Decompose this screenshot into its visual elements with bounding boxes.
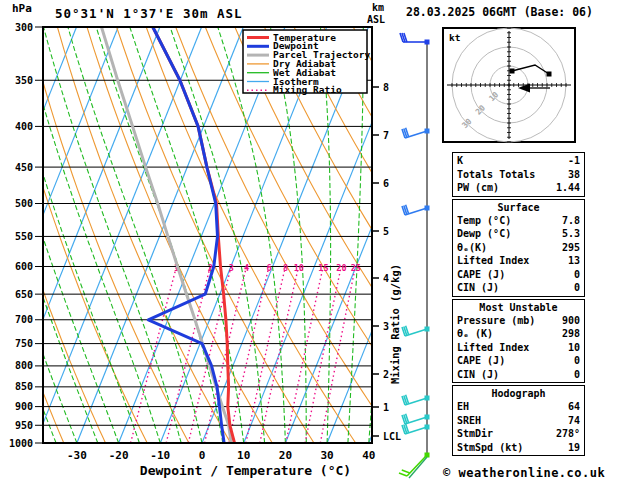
barb-shaft — [407, 455, 427, 476]
barb-feather — [402, 470, 410, 473]
indices-row-label: Lifted Index — [457, 254, 529, 268]
mixing-ratio-value: 20 — [336, 263, 346, 273]
indices-row-label: Pressure (mb) — [457, 314, 535, 328]
indices-row: Lifted Index10 — [453, 341, 584, 355]
indices-box: K-1Totals Totals38PW (cm)1.44 — [452, 152, 585, 197]
indices-row-label: StmSpd (kt) — [457, 441, 523, 455]
indices-row-label: CAPE (J) — [457, 354, 505, 368]
indices-row: θₑ(K)295 — [453, 241, 584, 255]
x-axis-title: Dewpoint / Temperature (°C) — [140, 463, 351, 478]
wind-barb — [402, 395, 430, 405]
temp-tick-label: 0 — [199, 449, 206, 462]
indices-row: Totals Totals38 — [453, 168, 584, 182]
indices-row: Temp (°C)7.8 — [453, 214, 584, 228]
indices-row: Dewp (°C)5.3 — [453, 227, 584, 241]
indices-row-value: 295 — [562, 241, 580, 255]
indices-row: Pressure (mb)900 — [453, 314, 584, 328]
indices-row-label: Temp (°C) — [457, 214, 511, 228]
indices-row: CAPE (J)0 — [453, 354, 584, 368]
indices-row-label: StmDir — [457, 427, 493, 441]
mixing-ratio-value: 3 — [229, 263, 234, 273]
hodograph-marker — [547, 72, 552, 77]
skewt-plot: 1234681015202530035040045050055060065070… — [0, 0, 450, 486]
mixing-ratio-value: 10 — [294, 263, 304, 273]
indices-row-value: 74 — [568, 414, 580, 428]
indices-box: Most UnstablePressure (mb)900θₑ (K)298Li… — [452, 299, 585, 384]
indices-row-value: 0 — [574, 281, 580, 295]
indices-row-label: Totals Totals — [457, 168, 535, 182]
indices-row-value: -1 — [568, 154, 580, 168]
indices-row-label: K — [457, 154, 463, 168]
indices-row-label: Lifted Index — [457, 341, 529, 355]
pressure-tick-label: 550 — [15, 231, 33, 242]
temp-tick-label: 20 — [279, 449, 292, 462]
isotherm-line — [35, 27, 201, 443]
indices-row-value: 900 — [562, 314, 580, 328]
pressure-tick-label: 850 — [15, 381, 33, 392]
mixing-ratio-value: 6 — [267, 263, 272, 273]
pressure-tick-label: 450 — [15, 162, 33, 173]
wind-barb — [402, 205, 430, 215]
isotherm-line — [0, 27, 77, 443]
mixing-ratio-value: 4 — [244, 263, 249, 273]
wind-barb — [402, 414, 430, 424]
mixing-ratio-line — [286, 267, 323, 444]
parcel-trajectory-curve — [102, 27, 232, 443]
indices-row-value: 19 — [568, 441, 580, 455]
indices-box-header: Most Unstable — [453, 301, 584, 314]
indices-row: K-1 — [453, 154, 584, 168]
km-tick-label: 6 — [383, 178, 389, 189]
indices-box: SurfaceTemp (°C)7.8Dewp (°C)5.3θₑ(K)295L… — [452, 199, 585, 297]
legend: TemperatureDewpointParcel TrajectoryDry … — [243, 30, 371, 95]
pressure-tick-label: 800 — [15, 360, 33, 371]
indices-row-label: CIN (J) — [457, 281, 499, 295]
indices-row: StmDir278° — [453, 427, 584, 441]
indices-row-value: 38 — [568, 168, 580, 182]
indices-row-label: Dewp (°C) — [457, 227, 511, 241]
indices-row-label: θₑ (K) — [457, 327, 493, 341]
indices-row-value: 0 — [574, 268, 580, 282]
wet-adiabat-line — [0, 27, 77, 443]
indices-row-label: θₑ(K) — [457, 241, 487, 255]
hodograph-unit-label: kt — [449, 32, 460, 43]
indices-row-value: 13 — [568, 254, 580, 268]
km-tick-label: 8 — [383, 82, 389, 93]
temp-tick-label: -20 — [109, 449, 129, 462]
pressure-tick-label: 900 — [15, 401, 33, 412]
pressure-tick-label: 400 — [15, 121, 33, 132]
indices-box-header: Surface — [453, 201, 584, 214]
indices-row: Lifted Index13 — [453, 254, 584, 268]
mixing-ratio-value: 8 — [283, 263, 288, 273]
km-tick-label: 7 — [383, 130, 389, 141]
copyright-footer: © weatheronline.co.uk — [443, 466, 605, 480]
indices-row-label: EH — [457, 400, 469, 414]
indices-row-value: 0 — [574, 368, 580, 382]
pressure-tick-label: 950 — [15, 420, 33, 431]
isotherm-line — [369, 27, 450, 443]
wind-barb — [399, 453, 430, 479]
pressure-tick-label: 650 — [15, 289, 33, 300]
indices-row-label: CIN (J) — [457, 368, 499, 382]
pressure-tick-label: 700 — [15, 314, 33, 325]
mixing-ratio-axis-label: Mixing Ratio (g/kg) — [389, 244, 401, 404]
km-tick-label: 5 — [383, 226, 389, 237]
indices-row-value: 298 — [562, 327, 580, 341]
temp-tick-label: 30 — [320, 449, 333, 462]
mixing-ratio-line — [166, 267, 210, 444]
indices-row: StmSpd (kt)19 — [453, 441, 584, 455]
indices-row-label: CAPE (J) — [457, 268, 505, 282]
indices-row-value: 7.8 — [562, 214, 580, 228]
wind-barb — [400, 33, 430, 45]
mixing-ratio-value: 25 — [351, 263, 361, 273]
legend-label: Mixing Ratio — [273, 84, 342, 95]
mixing-ratio-value: 15 — [318, 263, 328, 273]
pressure-tick-label: 600 — [15, 261, 33, 272]
indices-row: CAPE (J)0 — [453, 268, 584, 282]
indices-row-value: 64 — [568, 400, 580, 414]
indices-row: CIN (J)0 — [453, 368, 584, 382]
indices-row: SREH74 — [453, 414, 584, 428]
hodograph-marker — [510, 69, 515, 74]
temp-tick-label: -30 — [67, 449, 87, 462]
temp-tick-label: -10 — [150, 449, 170, 462]
pressure-tick-label: 500 — [15, 198, 33, 209]
